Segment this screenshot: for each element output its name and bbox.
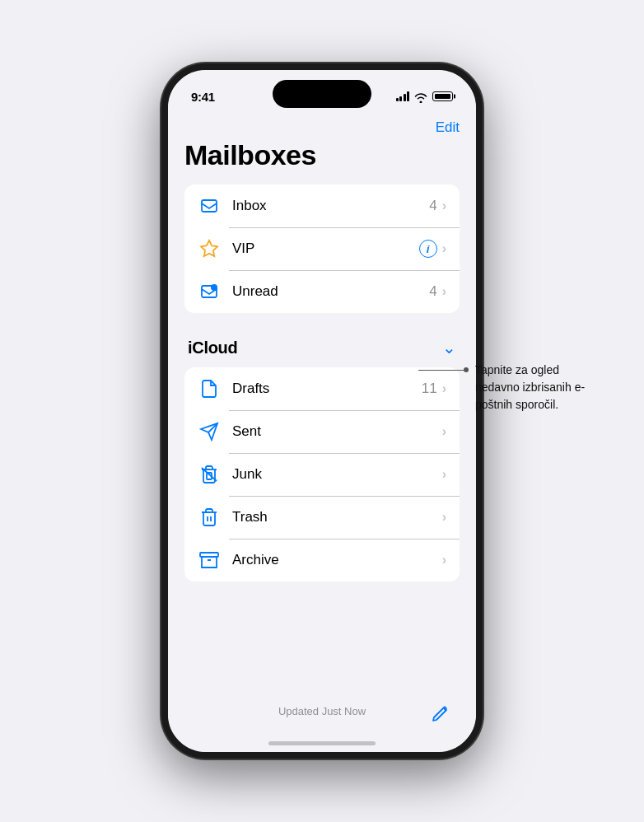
edit-button[interactable]: Edit [436, 119, 460, 136]
svg-marker-1 [201, 241, 217, 256]
sent-item[interactable]: Sent › [184, 410, 460, 453]
trash-chevron: › [442, 510, 446, 525]
unread-count: 4 [429, 283, 436, 300]
junk-chevron: › [442, 467, 446, 482]
svg-rect-0 [202, 200, 217, 212]
vip-chevron: › [442, 241, 446, 256]
junk-item[interactable]: Junk › [184, 453, 460, 496]
sent-label: Sent [232, 423, 442, 440]
drafts-icon [198, 377, 221, 400]
callout-line [418, 370, 464, 371]
inbox-icon [198, 194, 221, 217]
compose-button[interactable] [430, 703, 453, 726]
unread-label: Unread [232, 283, 429, 300]
updated-text: Updated Just Now [278, 705, 366, 717]
unread-chevron: › [442, 284, 446, 299]
vip-label: VIP [232, 241, 419, 257]
sent-icon [198, 420, 221, 443]
unread-item[interactable]: Unread 4 › [184, 270, 460, 313]
inbox-label: Inbox [232, 198, 429, 214]
wifi-icon [414, 91, 427, 101]
callout-text: Tapnite za ogled nedavno izbrisanih e-po… [475, 362, 603, 413]
callout-dot [464, 367, 469, 372]
vip-right: i › [419, 240, 446, 258]
sent-chevron: › [442, 424, 446, 439]
junk-icon [198, 463, 221, 486]
inbox-chevron: › [442, 198, 446, 213]
home-indicator [268, 741, 376, 745]
main-mailbox-list: Inbox 4 › VIP [184, 184, 460, 313]
tooltip-callout: Tapnite za ogled nedavno izbrisanih e-po… [418, 362, 603, 413]
battery-icon [432, 91, 453, 101]
status-icons [396, 91, 454, 101]
icloud-section-header: iCloud ⌄ [184, 331, 460, 364]
signal-icon [396, 91, 410, 101]
trash-icon [198, 506, 221, 529]
archive-item[interactable]: Archive › [184, 539, 460, 581]
trash-label: Trash [232, 509, 442, 525]
svg-rect-10 [200, 553, 218, 557]
unread-right: 4 › [429, 283, 446, 300]
inbox-count: 4 [429, 198, 436, 214]
unread-icon [198, 280, 221, 303]
archive-right: › [442, 553, 446, 567]
vip-info-button[interactable]: i [419, 240, 437, 258]
icloud-collapse-icon[interactable]: ⌄ [442, 338, 456, 357]
archive-icon [198, 549, 221, 572]
drafts-label: Drafts [232, 381, 422, 397]
vip-item[interactable]: VIP i › [184, 227, 460, 270]
archive-chevron: › [442, 553, 446, 567]
sent-right: › [442, 424, 446, 439]
trash-right: › [442, 510, 446, 525]
dynamic-island [273, 80, 371, 108]
inbox-right: 4 › [429, 198, 446, 214]
junk-right: › [442, 467, 446, 482]
vip-icon [198, 237, 221, 260]
trash-item[interactable]: Trash › [184, 496, 460, 539]
archive-label: Archive [232, 552, 442, 568]
inbox-item[interactable]: Inbox 4 › [184, 184, 460, 227]
junk-label: Junk [232, 466, 442, 483]
page-title: Mailboxes [184, 139, 460, 171]
status-time: 9:41 [191, 90, 215, 104]
svg-point-3 [211, 284, 217, 291]
icloud-title: iCloud [188, 339, 237, 357]
